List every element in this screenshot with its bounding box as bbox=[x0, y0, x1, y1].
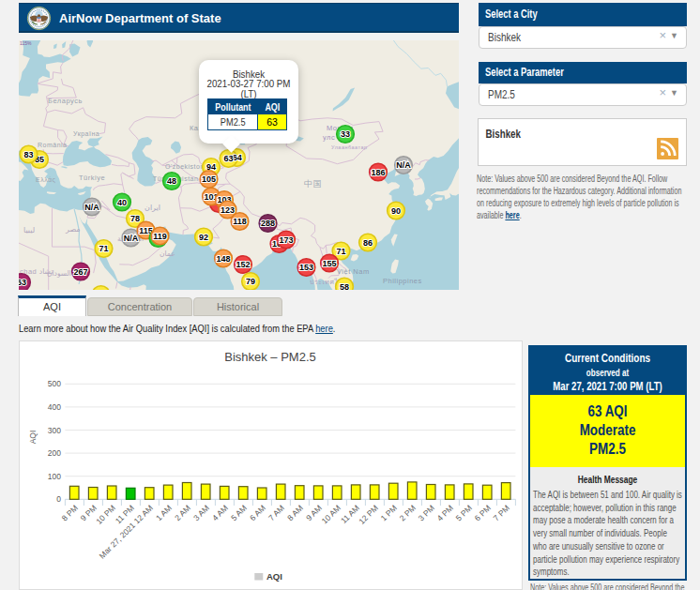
svg-text:63: 63 bbox=[19, 278, 26, 287]
svg-text:64: 64 bbox=[233, 153, 242, 162]
svg-text:Bishkek – PM2.5: Bishkek – PM2.5 bbox=[224, 350, 316, 364]
svg-text:Türkiye: Türkiye bbox=[79, 174, 105, 182]
svg-text:4 AM: 4 AM bbox=[210, 503, 230, 522]
svg-text:92: 92 bbox=[199, 233, 208, 242]
svg-text:10 PM: 10 PM bbox=[94, 503, 116, 525]
svg-text:100: 100 bbox=[48, 472, 61, 481]
svg-text:71: 71 bbox=[99, 244, 108, 253]
svg-text:400: 400 bbox=[48, 402, 61, 412]
svg-text:2 AM: 2 AM bbox=[173, 503, 192, 522]
svg-text:186: 186 bbox=[371, 168, 385, 177]
svg-text:200: 200 bbox=[48, 448, 61, 458]
svg-text:O'zbekiston: O'zbekiston bbox=[165, 163, 205, 170]
svg-text:123: 123 bbox=[221, 205, 235, 215]
svg-text:118: 118 bbox=[233, 217, 247, 226]
svg-text:173: 173 bbox=[279, 235, 293, 245]
svg-text:78: 78 bbox=[130, 214, 140, 223]
svg-text:5 PM: 5 PM bbox=[454, 503, 474, 522]
svg-text:السودان: السودان bbox=[47, 269, 71, 278]
svg-text:288: 288 bbox=[261, 219, 275, 228]
svg-text:119: 119 bbox=[153, 232, 167, 241]
svg-text:2 PM: 2 PM bbox=[398, 503, 418, 522]
svg-text:3 AM: 3 AM bbox=[191, 503, 211, 522]
svg-text:7 PM: 7 PM bbox=[492, 503, 511, 522]
svg-text:N/A: N/A bbox=[396, 160, 411, 170]
svg-text:6 PM: 6 PM bbox=[473, 503, 493, 522]
svg-text:AQI: AQI bbox=[28, 431, 38, 445]
svg-text:90: 90 bbox=[391, 206, 401, 216]
svg-text:0: 0 bbox=[56, 494, 61, 504]
svg-text:中国: 中国 bbox=[304, 179, 322, 189]
svg-text:Улаанбаатар: Улаанбаатар bbox=[331, 144, 368, 150]
svg-text:N/A: N/A bbox=[124, 234, 139, 243]
svg-text:115%: 115% bbox=[20, 40, 32, 46]
svg-text:3 PM: 3 PM bbox=[417, 503, 436, 522]
svg-text:58: 58 bbox=[340, 282, 349, 290]
svg-text:83: 83 bbox=[23, 150, 33, 159]
svg-text:48: 48 bbox=[167, 176, 176, 186]
svg-text:8 PM: 8 PM bbox=[60, 503, 80, 522]
svg-text:11 AM: 11 AM bbox=[339, 503, 361, 525]
svg-text:5 AM: 5 AM bbox=[229, 503, 249, 522]
svg-text:500: 500 bbox=[48, 379, 61, 388]
svg-text:Philippines: Philippines bbox=[383, 277, 422, 285]
svg-text:1 AM: 1 AM bbox=[154, 503, 174, 522]
svg-text:63: 63 bbox=[223, 154, 233, 163]
svg-text:4 PM: 4 PM bbox=[435, 503, 455, 522]
svg-text:86: 86 bbox=[363, 238, 373, 248]
svg-text:10 AM: 10 AM bbox=[320, 503, 342, 525]
svg-text:Ελλάς: Ελλάς bbox=[36, 176, 56, 184]
svg-text:Việt Nam: Việt Nam bbox=[337, 267, 370, 276]
svg-text:Україна: Україна bbox=[73, 130, 99, 138]
svg-text:148: 148 bbox=[216, 254, 230, 264]
svg-text:267: 267 bbox=[73, 267, 87, 277]
svg-text:12 PM: 12 PM bbox=[357, 503, 379, 525]
svg-text:România: România bbox=[38, 142, 68, 148]
svg-text:155: 155 bbox=[322, 259, 336, 268]
svg-text:7 AM: 7 AM bbox=[266, 503, 286, 522]
svg-text:1 PM: 1 PM bbox=[379, 503, 399, 522]
svg-text:ايران: ايران bbox=[145, 204, 160, 212]
svg-text:مصر: مصر bbox=[65, 225, 81, 234]
svg-text:105: 105 bbox=[202, 174, 216, 184]
svg-text:152: 152 bbox=[236, 260, 250, 269]
svg-text:AQI: AQI bbox=[266, 571, 282, 582]
svg-text:N/A: N/A bbox=[84, 203, 99, 212]
svg-text:79: 79 bbox=[246, 277, 255, 286]
svg-text:6 AM: 6 AM bbox=[248, 503, 267, 522]
svg-text:عمان: عمان bbox=[160, 250, 175, 258]
svg-text:33: 33 bbox=[341, 129, 350, 139]
svg-text:8 AM: 8 AM bbox=[285, 503, 305, 522]
svg-text:71: 71 bbox=[336, 247, 345, 256]
svg-text:300: 300 bbox=[48, 426, 61, 435]
svg-text:ليبيا: ليبيا bbox=[23, 226, 35, 234]
svg-text:40: 40 bbox=[117, 198, 127, 207]
svg-text:153: 153 bbox=[299, 263, 313, 272]
svg-text:Беларусь: Беларусь bbox=[48, 97, 83, 105]
